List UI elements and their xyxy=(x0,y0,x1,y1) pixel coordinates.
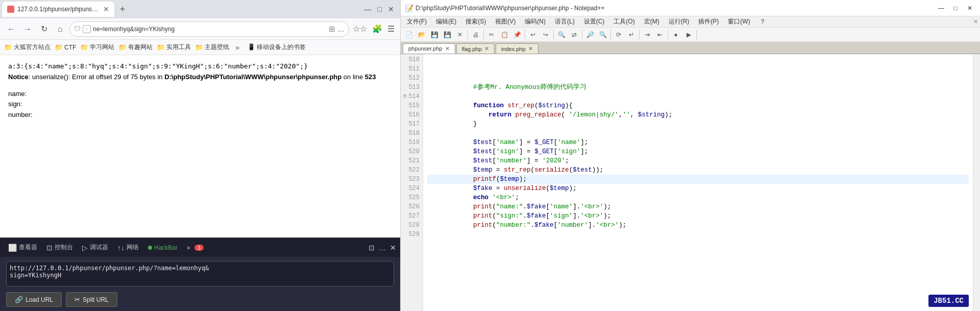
toolbar-outdent[interactable]: ⇤ xyxy=(654,29,666,41)
tab-index-close[interactable]: ✕ xyxy=(528,45,533,52)
bookmark-ctf[interactable]: 📁 CTF xyxy=(55,43,76,51)
qr-code-icon[interactable]: ⊞ xyxy=(329,25,335,34)
menu-language[interactable]: 语言(L) xyxy=(551,16,579,27)
devtools-console-btn[interactable]: ⊡ 控制台 xyxy=(42,241,77,254)
toolbar-paste[interactable]: 📌 xyxy=(511,29,523,41)
address-bar[interactable]: 🛡 i ne=lemonhyq&sign=YKishyng ⊞ … xyxy=(69,21,349,37)
browser-tab-active[interactable]: 127.0.0.1/phpunser/phpunser.ph ✕ xyxy=(2,2,114,17)
load-url-label: Load URL xyxy=(26,296,53,303)
menu-search[interactable]: 搜索(S) xyxy=(461,16,490,27)
toolbar-cut[interactable]: ✂ xyxy=(485,29,498,41)
menu-tools[interactable]: 工具(O) xyxy=(609,16,639,27)
toolbar-sync[interactable]: ⟳ xyxy=(612,29,625,41)
menu-button[interactable]: ☰ xyxy=(386,23,396,35)
toolbar-zoom-in[interactable]: 🔎 xyxy=(584,29,596,41)
toolbar-save[interactable]: 💾 xyxy=(428,29,440,41)
toolbar-print[interactable]: 🖨 xyxy=(470,29,482,41)
devtools-close-button[interactable]: ✕ xyxy=(390,244,396,252)
bookmarks-icon[interactable]: ☆☆ xyxy=(351,23,369,35)
home-button[interactable]: ⌂ xyxy=(53,22,67,36)
tab-index-label: index.php xyxy=(501,46,526,52)
tab-index[interactable]: index.php ✕ xyxy=(496,43,538,54)
devtools-right-controls: ⊡ … ✕ xyxy=(369,244,396,252)
toolbar-new[interactable]: 📄 xyxy=(403,29,415,41)
toolbar-find[interactable]: 🔍 xyxy=(555,29,568,41)
field-number: number: xyxy=(8,110,392,121)
mobile-bookmarks[interactable]: 📱 移动设备上的书签 xyxy=(248,43,306,52)
toolbar-open[interactable]: 📂 xyxy=(415,29,428,41)
bookmark-learn[interactable]: 📁 学习网站 xyxy=(80,43,114,52)
toolbar-zoom-out[interactable]: 🔍 xyxy=(597,29,609,41)
maximize-button[interactable]: □ xyxy=(378,5,382,13)
bookmark-folder-icon: 📁 xyxy=(157,43,165,51)
forward-button[interactable]: → xyxy=(20,22,35,36)
tab-phpunser[interactable]: phpunser.php ✕ xyxy=(403,43,455,54)
devtools-network-btn[interactable]: ↑↓ 网络 xyxy=(113,241,143,254)
line-518: 518 xyxy=(401,129,423,138)
notepad-minimize-button[interactable]: — xyxy=(935,3,947,14)
menu-plugins[interactable]: 插件(P) xyxy=(694,16,723,27)
address-more-button[interactable]: … xyxy=(337,25,345,33)
devtools-more-btn[interactable]: » 3 xyxy=(183,242,208,253)
bookmark-tools[interactable]: 📁 实用工具 xyxy=(157,43,191,52)
menu-edit[interactable]: 编辑(E) xyxy=(432,16,460,27)
bookmark-fun[interactable]: 📁 有趣网站 xyxy=(118,43,153,52)
vertical-scrollbar[interactable] xyxy=(973,54,980,311)
close-button[interactable]: ✕ xyxy=(388,5,394,13)
toolbar-copy[interactable]: 📋 xyxy=(498,29,510,41)
toolbar-indent[interactable]: ⇥ xyxy=(641,29,653,41)
responsive-button[interactable]: ⊡ xyxy=(369,244,375,252)
code-editor[interactable]: 510 511 512 513 ⊟ 514 515 516 517 518 51… xyxy=(401,54,980,311)
line-517: 517 xyxy=(401,119,423,129)
debugger-label: 调试器 xyxy=(90,243,108,252)
toolbar-replace[interactable]: ⇄ xyxy=(568,29,580,41)
toolbar-close[interactable]: ✕ xyxy=(454,29,466,41)
split-url-icon: ✂ xyxy=(75,296,80,303)
menu-run[interactable]: 运行(R) xyxy=(665,16,694,27)
tab-bar: 127.0.0.1/phpunser/phpunser.ph ✕ + — □ ✕ xyxy=(0,0,400,18)
line-520: 520 xyxy=(401,147,423,156)
notepad-close-button[interactable]: ✕ xyxy=(964,3,976,14)
notepad-maximize-button[interactable]: □ xyxy=(949,3,962,14)
split-url-button[interactable]: ✂ Split URL xyxy=(66,292,117,307)
inspector-label: 查看器 xyxy=(19,243,37,252)
kw-function: function xyxy=(473,102,504,109)
tab-close-button[interactable]: ✕ xyxy=(103,6,109,13)
fold-button-514[interactable]: ⊟ xyxy=(403,92,406,101)
minimize-button[interactable]: — xyxy=(364,5,372,13)
menu-view[interactable]: 视图(V) xyxy=(491,16,520,27)
menu-settings[interactable]: 设置(C) xyxy=(580,16,609,27)
tab-flag[interactable]: flag.php ✕ xyxy=(456,43,495,54)
split-url-label: Split URL xyxy=(83,296,109,303)
menu-macro[interactable]: 宏(M) xyxy=(640,16,664,27)
menu-help[interactable]: ？ xyxy=(755,16,770,27)
bookmark-firefox[interactable]: 📁 火狐官方站点 xyxy=(4,43,51,52)
toolbar-wrap[interactable]: ↵ xyxy=(625,29,638,41)
line-513: 513 xyxy=(401,83,423,92)
toolbar-redo[interactable]: ↪ xyxy=(540,29,552,41)
refresh-button[interactable]: ↻ xyxy=(37,22,51,36)
menu-file[interactable]: 文件(F) xyxy=(403,16,431,27)
toolbar-separator xyxy=(525,30,525,40)
bookmark-wallpaper[interactable]: 📁 主题壁纸 xyxy=(195,43,229,52)
tab-flag-close[interactable]: ✕ xyxy=(484,45,489,52)
back-button[interactable]: ← xyxy=(4,22,18,36)
devtools-hackbar-btn[interactable]: HackBar xyxy=(144,242,182,253)
toolbar-save-all[interactable]: 💾 xyxy=(441,29,453,41)
menu-window[interactable]: 窗口(W) xyxy=(724,16,754,27)
devtools-debugger-btn[interactable]: ▷ 调试器 xyxy=(78,241,112,254)
code-area[interactable]: #参考Mr. Anonymous师傅的代码学习 function str_rep… xyxy=(423,54,973,311)
toolbar-macro[interactable]: ● xyxy=(670,29,682,41)
code-line-517 xyxy=(427,119,969,129)
tab-phpunser-close[interactable]: ✕ xyxy=(445,45,450,52)
extensions-icon[interactable]: 🧩 xyxy=(371,23,384,35)
load-url-button[interactable]: 🔗 Load URL xyxy=(6,292,62,307)
hackbar-url-input[interactable]: http://127.0.0.1/phpunser/phpunser.php/?… xyxy=(6,261,394,286)
devtools-ellipsis-button[interactable]: … xyxy=(379,244,386,252)
devtools-inspector-btn[interactable]: ⬜ 查看器 xyxy=(4,241,41,254)
toolbar-run-macro[interactable]: ▶ xyxy=(682,29,695,41)
new-tab-button[interactable]: + xyxy=(115,2,130,16)
toolbar-undo[interactable]: ↩ xyxy=(527,29,539,41)
menu-encoding[interactable]: 编码(N) xyxy=(521,16,550,27)
bookmarks-more-button[interactable]: » xyxy=(233,43,241,52)
